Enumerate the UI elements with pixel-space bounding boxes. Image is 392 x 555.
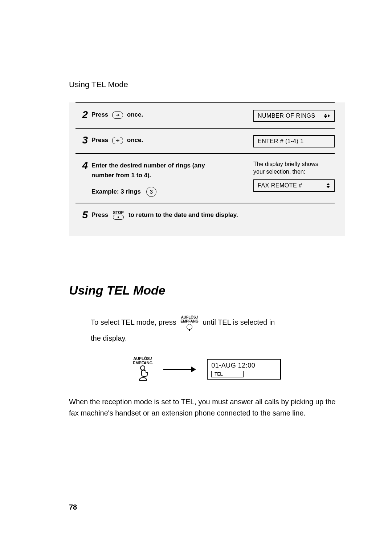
- manual-page: Using TEL Mode 2 Press once. NUMBER OF R…: [0, 0, 392, 555]
- press-label: Press: [91, 111, 108, 118]
- arrow-right-icon: [163, 366, 196, 372]
- instr-text: number from 1 to 4).: [91, 172, 151, 179]
- updown-arrows-icon: [326, 183, 330, 189]
- step-number: 2: [75, 110, 91, 120]
- intro-text: the display.: [91, 334, 127, 342]
- note-line: your selection, then:: [253, 169, 305, 175]
- step-instruction: Press once.: [91, 110, 143, 119]
- svg-point-0: [140, 366, 145, 370]
- step-number: 3: [75, 135, 91, 145]
- stop-label: STOP: [113, 211, 124, 215]
- lcd-display: 01-AUG 12:00 TEL: [207, 359, 281, 380]
- step-instruction: Enter the desired number of rings (any n…: [91, 161, 205, 197]
- intro-text: To select TEL mode, press: [91, 318, 176, 326]
- section-heading: Using TEL Mode: [69, 283, 345, 297]
- lcd-display: FAX REMOTE #: [253, 179, 335, 192]
- tail-text: to return to the date and time display.: [128, 211, 238, 218]
- right-arrow-button-icon: [112, 137, 123, 144]
- intro-text: until TEL is selected in: [203, 318, 275, 326]
- step-instruction: Press once.: [91, 135, 143, 145]
- step-row: 5 Press STOP to return to the date and t…: [75, 203, 335, 226]
- page-number: 78: [69, 503, 77, 511]
- step-number: 5: [75, 210, 91, 220]
- press-label: Press: [91, 137, 108, 143]
- btn-line1: AUFLÖS./: [133, 356, 152, 361]
- lcd-text: FAX REMOTE #: [258, 182, 302, 189]
- lcd-date: 01-AUG 12:00: [211, 362, 277, 369]
- stop-button-icon: STOP: [113, 211, 124, 220]
- example-label: Example: 3 rings: [91, 188, 141, 195]
- step-number: 4: [75, 161, 91, 171]
- step-instruction: Press STOP to return to the date and tim…: [91, 210, 238, 220]
- press-illustration: AUFLÖS./ EMPFANG: [133, 357, 152, 382]
- step-right-column: The display briefly shows your selection…: [253, 161, 335, 192]
- lcd-display: ENTER # (1-4) 1: [253, 135, 335, 147]
- lcd-display: NUMBER OF RINGS: [253, 110, 335, 122]
- hand-icon: [134, 365, 151, 382]
- intro-paragraph: To select TEL mode, press AUFLÖS./ EMPFA…: [91, 316, 338, 344]
- press-label: Press: [91, 211, 108, 218]
- keypad-digit-icon: 3: [146, 187, 156, 197]
- instr-text: Enter the desired number of rings (any: [91, 162, 205, 169]
- lcd-text: ENTER # (1-4) 1: [258, 138, 304, 145]
- mode-button-icon: AUFLÖS./ EMPFANG: [180, 316, 198, 330]
- running-head: Using TEL Mode: [69, 80, 345, 89]
- note-text: The display briefly shows your selection…: [253, 161, 335, 176]
- step-row: 2 Press once. NUMBER OF RINGS: [75, 102, 335, 129]
- nav-arrows-icon: [322, 113, 330, 118]
- steps-panel: 2 Press once. NUMBER OF RINGS: [69, 102, 345, 236]
- step-row: 4 Enter the desired number of rings (any…: [75, 154, 335, 203]
- btn-line2: EMPFANG: [180, 320, 198, 324]
- body-paragraph: When the reception mode is set to TEL, y…: [69, 396, 338, 419]
- step-row: 3 Press once. ENTER # (1-4) 1: [75, 129, 335, 154]
- lcd-text: NUMBER OF RINGS: [258, 113, 315, 119]
- once-label: once.: [127, 137, 143, 143]
- note-line: The display briefly shows: [253, 161, 318, 167]
- lcd-mode: TEL: [211, 371, 244, 377]
- once-label: once.: [127, 111, 143, 118]
- right-arrow-button-icon: [112, 112, 123, 119]
- btn-line2: EMPFANG: [133, 361, 152, 365]
- mode-diagram: AUFLÖS./ EMPFANG 01-AUG 12:00 TEL: [69, 357, 345, 382]
